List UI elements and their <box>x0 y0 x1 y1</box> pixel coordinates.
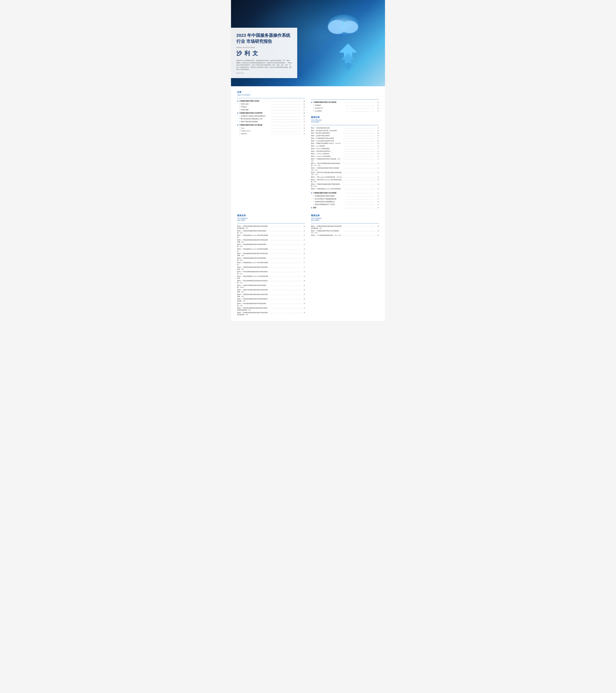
fig-dots <box>270 295 301 295</box>
toc-page: 10 <box>302 115 305 117</box>
toc-sub-text: Linux <box>241 127 270 129</box>
fig-text: 图表12：openEuler 社连活跃情况 <box>311 155 343 157</box>
copyright-text: 版权所有 2023 希思斯特沙利文。报告提供的任何内容（包括但不限于数据、文字、… <box>236 59 292 71</box>
toc-page: 34 <box>376 201 379 202</box>
fig-dots <box>270 226 301 227</box>
fig-text: 图表13：中国服务器操作系统行业机装量，2019－2022 <box>311 158 343 162</box>
fig-text: 图表34：中国医疗领域服务器操作系统机装量份额，2022年 <box>237 284 269 289</box>
toc-sub-item: • 全球经济产业链进入多样化细景时代 10 <box>237 115 305 117</box>
toc-main-item: ◆ 中国服务器操作系统行业市场结构 20 <box>311 101 379 103</box>
list-item: 图表40：中国教育领域商业服务器操作系统机装量机装量份额，2022 30 <box>237 312 305 316</box>
list-item: 图表19：中国政府领域服务器操作系统机装量份额，2022 24 <box>311 183 379 187</box>
fig-page: 21 <box>376 158 379 160</box>
grid-effect <box>293 0 385 86</box>
list-item: 图表10：操作系统市场系用对比 17 <box>311 150 379 152</box>
fig-dots <box>343 177 375 178</box>
toc-dots <box>271 134 301 134</box>
fig-page: 21 <box>376 163 379 164</box>
figures-bl-title: 图表目录 <box>237 214 305 217</box>
toc-sub-text: 术语定义 <box>241 106 270 108</box>
toc-page: 25 <box>376 110 379 112</box>
toc-page: 11 <box>302 118 305 120</box>
toc-sub-item: • 数字经济是经济发展的核心心理 11 <box>237 118 305 120</box>
frost-logo: FROST & SULLIVAN <box>236 47 292 48</box>
list-item: 图表8：Linux 系统结构 16 <box>311 145 379 147</box>
toc-page: 13 <box>302 121 305 122</box>
toc-dots <box>345 205 375 205</box>
toc-page: 07 <box>302 109 305 111</box>
list-item: 图表15：中国商业服务器操作系统行业机装量，2019－2022 22 <box>311 167 379 171</box>
toc-dots <box>345 111 375 112</box>
fig-page: 27 <box>302 266 305 268</box>
fig-text: 图表30：中国能源领域商业服务器操作系统机装量份额，2022 <box>237 266 269 270</box>
list-item: 图表43：三大关键基通速透密结机标，2021 - 2027！ 30 <box>311 234 379 236</box>
list-item: 图表33：中国互联网领域商业服务器操作系统机装量，2022 28 <box>237 280 305 284</box>
fig-text: 图表35：中国医疗领域商业服务器操作系统机装量份额，2022 <box>237 289 269 293</box>
list-item: 图表37：中国制造领域服务器操作系统机装量机装量份额，2022 29 <box>237 298 305 302</box>
toc-sub-item: • 营造向高潮服务提升广泛应用 35 <box>311 203 379 205</box>
toc-main-item: ◆ 中国服务器操作系统行业综述 04 <box>237 100 305 102</box>
fig-dots <box>343 128 375 128</box>
fig-text: 图表5：中文服务器操作系统生态窗情 <box>311 137 343 139</box>
toc-sub-text: openEuler 态 <box>315 107 344 109</box>
bullet-icon: • <box>239 108 240 111</box>
fig-dots <box>270 304 301 304</box>
list-item: 图表18：中国不同行业 openEuler 操作系统机装量占据，2022 23 <box>311 179 379 183</box>
bullet-icon: • <box>239 115 240 117</box>
toc-right: ◆ 中国服务器操作系统行业市场结构 20 • 市场速览 21 • openEul… <box>311 91 379 210</box>
toc-sub-item: • 研究方法类 05 <box>237 103 305 105</box>
list-item: 图表25：中国金融领域服务器操作系统机装量份额，2022 26 <box>237 243 305 248</box>
list-item: 图表2：操作系统的主要功能（运运元操弄） 05 <box>311 130 379 132</box>
fig-page: 29 <box>302 294 305 295</box>
fig-text: 图表3：操作系统主要发展阶段 <box>311 132 343 134</box>
bottom-figures-row: 图表目录 List of Figuresand Tables 图表21：中国政府… <box>237 214 379 316</box>
fig-text: 图表14：中国不同类型服务器操作系统机装量别额，2021－2022 <box>311 162 343 166</box>
toc-page: 23 <box>376 107 379 109</box>
toc-page: 33 <box>376 198 379 200</box>
toc-page: 18 <box>302 133 305 135</box>
toc-page: 32 <box>376 195 379 197</box>
list-item: 图表7：中国数字经济规模及GDP比宜，2016-2021 11 <box>311 142 379 144</box>
list-item: 图表36：中国制造领域商业服务器操作系统机装量份额，2022 29 <box>237 294 305 298</box>
toc-sub-text: Windows Server <box>241 130 270 132</box>
figures-bottom-left: 图表目录 List of Figuresand Tables 图表21：中国政府… <box>237 214 305 316</box>
toc-page: 36 <box>376 207 379 209</box>
toc-sub-item: • 市场供应多样化历显更重合点 34 <box>311 200 379 203</box>
toc-sub-text: 全球经济产业链进入多样化细景时代 <box>241 115 270 117</box>
toc-dots <box>271 116 301 117</box>
bottom-section: 目录 Topic of Contents ◆ 中国服务器操作系统行业综述 04 … <box>231 86 385 321</box>
fig-page: 05 <box>376 130 379 131</box>
figures-br-subtitle: List of Figuresand Tables <box>311 217 379 221</box>
fig-text: 图表23：中国电信领域 openEuler 操作系统机装量机装 <box>237 234 269 238</box>
toc-sub-item: • Linux 16 <box>237 127 305 129</box>
toc-page: 05 <box>302 103 305 105</box>
bullet-icon: • <box>313 200 314 203</box>
fig-dots <box>270 308 301 309</box>
fig-page: 23 <box>376 176 379 178</box>
toc-sub-text: top 安排态 <box>315 110 344 112</box>
list-item: 图表42：中国服务器操作系统行业业务量预测，2021 - 2027！ 30 <box>311 230 379 234</box>
toc-main-item: ◆ 中国服务器操作系统行业未来展望 31 <box>311 192 379 194</box>
toc-main-text: 中国服务器操作系统行业未来展望 <box>313 192 343 194</box>
toc-dots <box>271 113 301 114</box>
fig-page: 26 <box>302 244 305 245</box>
list-item: 图表16：中国不同行业商业服务器操作系统机装量占比，2022 22 <box>311 172 379 176</box>
toc-sub-item: • 多活共同转合于维稳稳透速发展 33 <box>311 198 379 200</box>
fig-dots <box>270 258 301 259</box>
brand-name: 沙 利 文 <box>236 50 292 57</box>
fig-text: 图表31：中国互联网领域服务器操作系统机装量份额，2022 <box>237 271 269 275</box>
toc-main-text: 中国服务器操作系统行业主要玩家 <box>239 124 269 126</box>
fig-page: 17 <box>376 148 379 150</box>
toc-page: 20 <box>376 101 379 103</box>
fig-text: 图表36：中国制造领域商业服务器操作系统机装量份额，2022 <box>237 294 269 298</box>
toc-title: 目录 <box>237 91 305 94</box>
toc-sub-item: • Windows Server 17 <box>237 130 305 132</box>
list-item: 图表26：中国金融领域 openEuler 操作系统机装量机装 26 <box>237 248 305 252</box>
fig-page: 06 <box>376 132 379 134</box>
toc-left: 目录 Topic of Contents ◆ 中国服务器操作系统行业综述 04 … <box>237 91 305 210</box>
toc-main-text: 中国服务器操作系统行业发展环境 <box>239 112 269 114</box>
list-item: 图表39：中国交通运输领域商业服务器操作系统机装量机装量份额，2022 30 <box>237 307 305 311</box>
figures-title-right: 图表目录 <box>311 116 379 119</box>
toc-sub-item: • 市场与范畴 07 <box>237 108 305 111</box>
fig-text: 图表22：中国电信领域服务器操作系统机装量份额，2022 <box>237 230 269 234</box>
